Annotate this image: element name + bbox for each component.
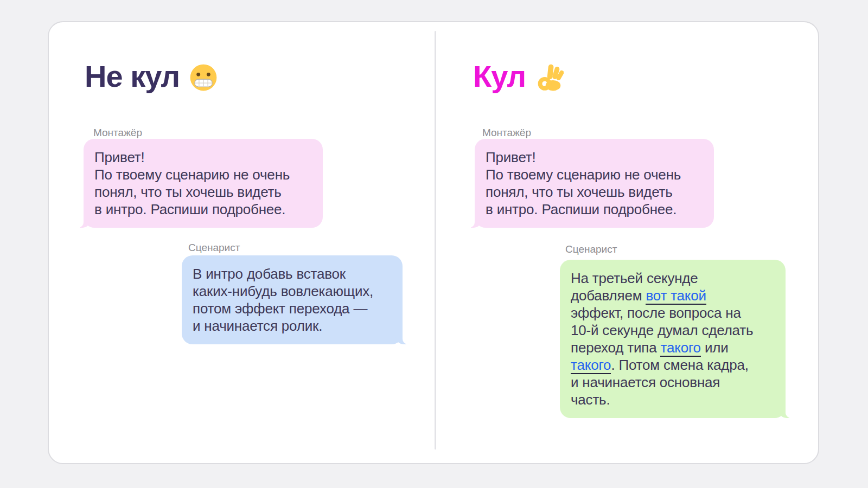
chat-bubble-scenarist: На третьей секунде добавляем вот такой э… [560, 260, 786, 418]
panel-cool: Кул Монтажёр Привет! По твоему сценарию … [436, 22, 820, 463]
author-label-scenarist: Сценарист [565, 243, 617, 255]
inline-link[interactable]: такого [660, 339, 700, 357]
message-text: Привет! По твоему сценарию не очень поня… [94, 149, 290, 217]
panel-not-cool: Не кул Монтажёр Привет! По твоему сценар… [49, 22, 435, 463]
message-text: В интро добавь вставок каких-нибудь вовл… [193, 266, 373, 334]
panel-title-not-cool: Не кул [85, 59, 218, 94]
author-label-montazher: Монтажёр [93, 127, 142, 139]
panel-title-text: Кул [473, 59, 526, 94]
panel-title-text: Не кул [85, 59, 180, 94]
ok-hand-emoji [535, 63, 564, 92]
inline-link[interactable]: вот такой [646, 287, 706, 305]
message-text: или [701, 339, 729, 356]
inline-link[interactable]: такого [571, 357, 611, 374]
chat-bubble-montazher: Привет! По твоему сценарию не очень поня… [84, 139, 323, 228]
author-label-montazher: Монтажёр [482, 127, 531, 139]
message-text: Привет! По твоему сценарию не очень поня… [486, 149, 681, 217]
comparison-card: Не кул Монтажёр Привет! По твоему сценар… [48, 21, 819, 464]
page: { "colors": { "page-bg": "#f1f1f3", "car… [0, 0, 868, 488]
panel-title-cool: Кул [473, 59, 564, 94]
chat-bubble-montazher: Привет! По твоему сценарию не очень поня… [475, 139, 714, 228]
author-label-scenarist: Сценарист [188, 242, 240, 254]
grimacing-face-emoji [189, 63, 218, 92]
chat-bubble-scenarist: В интро добавь вставок каких-нибудь вовл… [182, 255, 403, 344]
